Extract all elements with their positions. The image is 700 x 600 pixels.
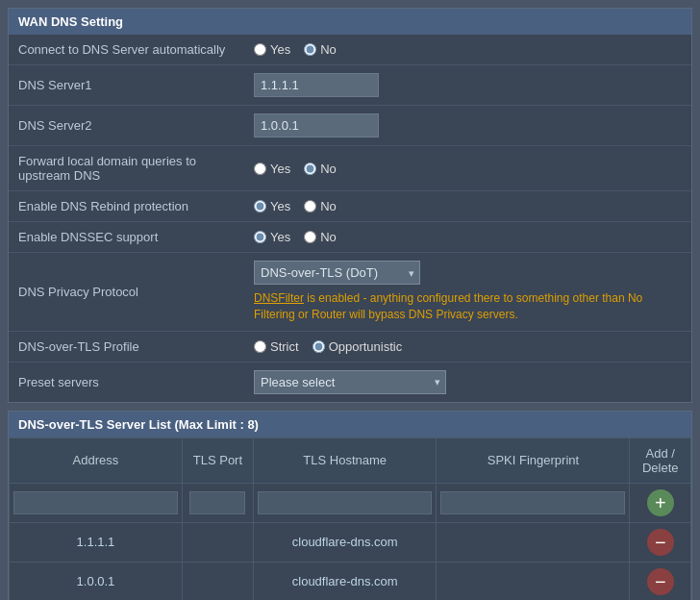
wan-dns-header: WAN DNS Setting: [9, 9, 691, 35]
row1-hostname: cloudflare-dns.com: [253, 522, 436, 562]
preset-servers-wrapper: Please select Cloudflare Google Quad9: [254, 370, 446, 394]
wan-dns-title: WAN DNS Setting: [18, 14, 123, 29]
connect-auto-controls: Yes No: [244, 35, 691, 65]
dns-server1-cell: [244, 65, 691, 106]
dns-server2-label: DNS Server2: [9, 106, 244, 146]
rebind-yes[interactable]: [254, 200, 266, 212]
dot-profile-row: DNS-over-TLS Profile Strict Opportunisti…: [9, 331, 691, 362]
dns-protocol-select-wrap: DNS-over-TLS (DoT) DNS-over-HTTPS (DoH) …: [254, 261, 682, 285]
dns-server2-cell: [244, 106, 691, 146]
forward-local-no-text: No: [320, 162, 337, 176]
dot-profile-controls: Strict Opportunistic: [244, 331, 691, 362]
input-hostname[interactable]: [258, 491, 432, 514]
row2-spki: [437, 562, 630, 600]
connect-auto-yes[interactable]: [254, 43, 266, 56]
dot-strict-text: Strict: [270, 339, 299, 354]
input-address-cell: [10, 483, 183, 522]
dns-server2-row: DNS Server2: [9, 106, 691, 146]
preset-servers-select[interactable]: Please select Cloudflare Google Quad9: [254, 370, 446, 394]
forward-local-yes-text: Yes: [270, 162, 290, 176]
preset-servers-label: Preset servers: [9, 362, 244, 402]
row1-spki: [437, 522, 630, 562]
rebind-no-text: No: [320, 199, 337, 213]
server-list-header: DNS-over-TLS Server List (Max Limit : 8): [9, 412, 691, 438]
forward-local-yes-label[interactable]: Yes: [254, 162, 290, 176]
input-action-cell: +: [630, 483, 691, 522]
input-port[interactable]: [189, 491, 245, 514]
forward-local-yes[interactable]: [254, 162, 266, 175]
dnssec-row: Enable DNSSEC support Yes No: [9, 222, 691, 253]
col-address: Address: [10, 438, 183, 483]
dns-warning-message: is enabled - anything configured there t…: [254, 291, 642, 321]
col-tls-hostname: TLS Hostname: [253, 438, 436, 483]
dot-strict-radio[interactable]: [254, 340, 266, 353]
preset-servers-row: Preset servers Please select Cloudflare …: [9, 362, 691, 402]
input-address[interactable]: [13, 491, 178, 514]
forward-local-label: Forward local domain queries to upstream…: [9, 146, 244, 191]
server-table-body: + 1.1.1.1 cloudflare-dns.com − 1.0.0.1 c…: [10, 483, 691, 600]
rebind-yes-label[interactable]: Yes: [254, 199, 290, 213]
server-list-table: Address TLS Port TLS Hostname SPKI Finge…: [9, 438, 691, 600]
input-spki-cell: [437, 483, 630, 522]
forward-local-no-label[interactable]: No: [304, 162, 337, 176]
add-server-button[interactable]: +: [647, 489, 674, 516]
row2-port: [182, 562, 253, 600]
dnssec-yes-label[interactable]: Yes: [254, 230, 290, 244]
row2-hostname: cloudflare-dns.com: [253, 562, 436, 600]
table-row: 1.1.1.1 cloudflare-dns.com −: [10, 522, 691, 562]
rebind-label: Enable DNS Rebind protection: [9, 191, 244, 222]
dot-profile-radio-group: Strict Opportunistic: [254, 339, 682, 354]
dot-profile-label: DNS-over-TLS Profile: [9, 331, 244, 362]
connect-auto-yes-text: Yes: [270, 42, 290, 57]
dnssec-yes[interactable]: [254, 231, 266, 243]
delete-row1-button[interactable]: −: [647, 529, 674, 556]
dns-privacy-label: DNS Privacy Protocol: [9, 253, 244, 332]
col-spki: SPKI Fingerprint: [437, 438, 630, 483]
connect-auto-yes-label[interactable]: Yes: [254, 42, 290, 57]
dns-server1-label: DNS Server1: [9, 65, 244, 106]
col-tls-port: TLS Port: [182, 438, 253, 483]
col-action: Add / Delete: [630, 438, 691, 483]
dnsfilter-link[interactable]: DNSFilter: [254, 291, 304, 305]
dot-opportunistic-radio[interactable]: [312, 340, 325, 353]
rebind-no[interactable]: [304, 200, 316, 212]
connect-auto-no-label[interactable]: No: [304, 42, 337, 57]
dnssec-yes-text: Yes: [270, 230, 290, 244]
dns-protocol-select[interactable]: DNS-over-TLS (DoT) DNS-over-HTTPS (DoH) …: [254, 261, 420, 285]
rebind-controls: Yes No: [244, 191, 691, 222]
forward-local-row: Forward local domain queries to upstream…: [9, 146, 691, 191]
rebind-radio-group: Yes No: [254, 199, 682, 213]
server-list-title: DNS-over-TLS Server List (Max Limit : 8): [18, 417, 259, 432]
dnssec-no-text: No: [320, 230, 337, 244]
dnssec-no-label[interactable]: No: [304, 230, 337, 244]
server-table-head: Address TLS Port TLS Hostname SPKI Finge…: [10, 438, 691, 483]
rebind-row: Enable DNS Rebind protection Yes No: [9, 191, 691, 222]
row1-address: 1.1.1.1: [10, 522, 183, 562]
forward-local-no[interactable]: [304, 162, 316, 175]
input-port-cell: [182, 483, 253, 522]
server-table-header-row: Address TLS Port TLS Hostname SPKI Finge…: [10, 438, 691, 483]
row1-action: −: [630, 522, 691, 562]
dns-warning-text: DNSFilter is enabled - anything configur…: [254, 290, 677, 323]
server-list-panel: DNS-over-TLS Server List (Max Limit : 8)…: [8, 411, 692, 600]
dns-server1-input[interactable]: [254, 73, 379, 97]
dns-protocol-select-wrapper: DNS-over-TLS (DoT) DNS-over-HTTPS (DoH) …: [254, 261, 420, 285]
input-spki[interactable]: [440, 491, 625, 514]
dot-opportunistic-label[interactable]: Opportunistic: [312, 339, 403, 354]
dnssec-label: Enable DNSSEC support: [9, 222, 244, 253]
dot-strict-label[interactable]: Strict: [254, 339, 299, 354]
row1-port: [182, 522, 253, 562]
dns-privacy-row: DNS Privacy Protocol DNS-over-TLS (DoT) …: [9, 253, 691, 332]
rebind-no-label[interactable]: No: [304, 199, 337, 213]
delete-row2-button[interactable]: −: [647, 568, 674, 595]
table-row: 1.0.0.1 cloudflare-dns.com −: [10, 562, 691, 600]
connect-auto-radio-group: Yes No: [254, 42, 682, 57]
connect-auto-row: Connect to DNS Server automatically Yes …: [9, 35, 691, 65]
connect-auto-no[interactable]: [304, 43, 316, 56]
dns-server2-input[interactable]: [254, 113, 379, 138]
dnssec-no[interactable]: [304, 231, 316, 243]
forward-local-radio-group: Yes No: [254, 162, 682, 176]
dns-privacy-controls: DNS-over-TLS (DoT) DNS-over-HTTPS (DoH) …: [244, 253, 691, 332]
row2-address: 1.0.0.1: [10, 562, 183, 600]
dns-server1-row: DNS Server1: [9, 65, 691, 106]
